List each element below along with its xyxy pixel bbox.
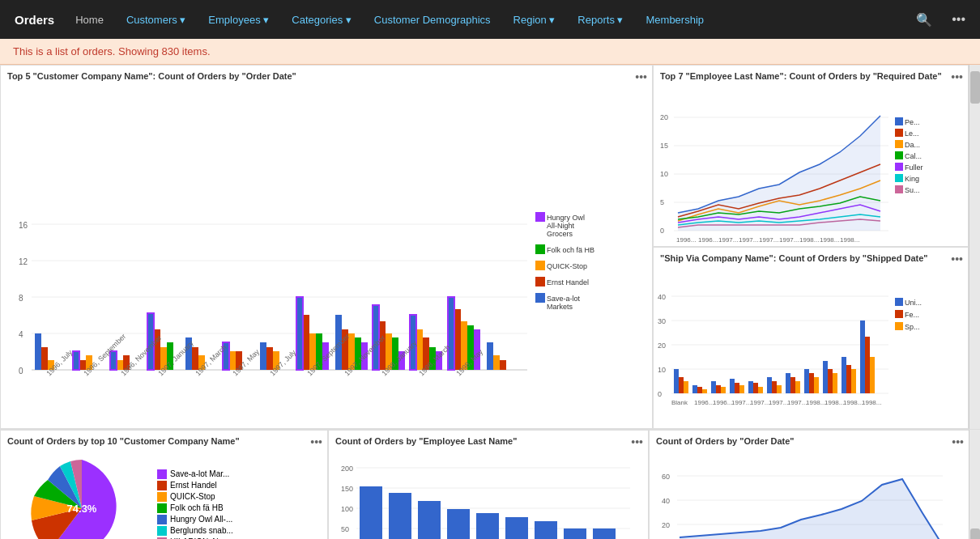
nav-region[interactable]: Region ▾: [504, 9, 565, 31]
svg-rect-155: [777, 385, 782, 393]
nav-membership[interactable]: Membership: [637, 9, 714, 31]
svg-text:1998...: 1998...: [843, 399, 863, 406]
svg-rect-143: [702, 389, 707, 393]
search-icon[interactable]: 🔍: [908, 7, 940, 32]
svg-marker-216: [680, 479, 943, 539]
svg-text:20: 20: [658, 342, 666, 350]
svg-rect-199: [360, 486, 382, 539]
svg-text:Fe...: Fe...: [905, 311, 919, 319]
svg-rect-160: [809, 373, 814, 393]
svg-rect-148: [735, 383, 739, 393]
scrollbar-bottom[interactable]: [969, 430, 980, 539]
svg-text:Cal...: Cal...: [905, 152, 922, 160]
employee-bar-title: Count of Orders by "Employee Last Name": [329, 431, 648, 448]
svg-text:60: 60: [662, 473, 670, 481]
order-date-line-menu[interactable]: •••: [952, 435, 964, 448]
svg-rect-170: [870, 357, 875, 393]
svg-text:All-Night: All-Night: [547, 222, 575, 230]
scrollbar[interactable]: [969, 65, 980, 429]
svg-text:0: 0: [19, 367, 23, 376]
svg-text:Folk och fä HB: Folk och fä HB: [547, 246, 594, 254]
svg-text:Blank: Blank: [671, 399, 688, 406]
svg-rect-85: [535, 244, 545, 254]
svg-rect-12: [41, 347, 48, 370]
order-date-line-title: Count of Orders by "Order Date": [650, 431, 969, 448]
svg-rect-156: [786, 373, 790, 393]
nav-employees[interactable]: Employees ▾: [198, 9, 279, 31]
svg-text:1998...: 1998...: [820, 236, 839, 244]
svg-text:40: 40: [662, 497, 670, 505]
svg-rect-87: [535, 261, 545, 270]
svg-rect-147: [730, 379, 735, 393]
svg-text:1998...: 1998...: [806, 399, 825, 406]
svg-text:100: 100: [341, 505, 353, 513]
top-right-menu[interactable]: •••: [951, 70, 963, 83]
top-right-chart: Top 7 "Employee Last Name": Count of Ord…: [653, 65, 969, 247]
svg-text:Sp...: Sp...: [905, 323, 920, 331]
svg-rect-35: [266, 347, 273, 370]
svg-text:QUICK-Stop: QUICK-Stop: [547, 262, 587, 270]
svg-rect-67: [493, 355, 500, 370]
svg-text:20: 20: [662, 521, 670, 529]
svg-text:30: 30: [658, 317, 666, 325]
svg-text:16: 16: [19, 221, 28, 230]
svg-rect-168: [860, 320, 865, 393]
pie-menu[interactable]: •••: [310, 435, 322, 448]
svg-text:1996...: 1996...: [698, 236, 718, 244]
svg-text:Uni...: Uni...: [905, 299, 922, 307]
svg-text:1997...: 1997...: [787, 399, 807, 406]
svg-rect-203: [476, 513, 499, 539]
svg-text:4: 4: [19, 330, 23, 339]
svg-text:Fuller: Fuller: [905, 163, 923, 172]
svg-rect-120: [895, 151, 903, 159]
nav-categories[interactable]: Categories ▾: [282, 9, 360, 31]
svg-rect-61: [454, 309, 461, 370]
svg-rect-116: [895, 129, 903, 137]
svg-text:74.3%: 74.3%: [67, 503, 97, 515]
svg-rect-154: [772, 381, 777, 393]
main-bar-menu[interactable]: •••: [635, 70, 647, 83]
nav-reports[interactable]: Reports ▾: [568, 9, 633, 31]
order-date-line-chart: Count of Orders by "Order Date" ••• 0 20…: [649, 430, 969, 539]
svg-rect-91: [535, 293, 545, 303]
svg-text:Hungry Owl: Hungry Owl: [547, 214, 585, 222]
svg-text:1996...: 1996...: [694, 399, 714, 406]
svg-rect-37: [296, 297, 303, 370]
svg-text:15: 15: [660, 142, 668, 150]
nav-demographics[interactable]: Customer Demographics: [364, 9, 501, 31]
scrollbar-thumb[interactable]: [970, 71, 980, 104]
svg-text:Grocers: Grocers: [547, 230, 573, 238]
employee-bar-menu[interactable]: •••: [631, 435, 643, 448]
svg-text:1996...: 1996...: [676, 236, 696, 244]
svg-rect-186: [895, 322, 903, 330]
svg-rect-138: [674, 369, 679, 393]
svg-rect-122: [895, 163, 903, 171]
svg-rect-114: [895, 117, 903, 125]
svg-rect-207: [593, 528, 616, 539]
svg-rect-55: [416, 329, 423, 370]
content-area: Top 5 "Customer Company Name": Count of …: [0, 65, 980, 536]
svg-text:1996...: 1996...: [713, 399, 732, 406]
svg-rect-149: [739, 385, 744, 393]
svg-rect-202: [447, 509, 470, 539]
svg-rect-38: [303, 315, 309, 370]
svg-rect-145: [716, 385, 721, 393]
svg-text:1997...: 1997...: [739, 236, 758, 244]
nav-home[interactable]: Home: [66, 9, 113, 31]
svg-text:40: 40: [658, 293, 666, 301]
svg-rect-140: [684, 381, 688, 393]
alert-text: This is a list of orders. Showing 830 it…: [13, 45, 211, 57]
scrollbar-thumb-bottom[interactable]: [970, 528, 980, 539]
mid-right-menu[interactable]: •••: [951, 253, 963, 265]
svg-rect-158: [795, 381, 800, 393]
svg-rect-201: [418, 501, 441, 539]
svg-rect-200: [389, 493, 411, 539]
more-icon[interactable]: •••: [944, 7, 974, 32]
svg-rect-162: [823, 361, 828, 393]
svg-text:1998...: 1998...: [862, 399, 881, 406]
svg-rect-150: [748, 381, 753, 393]
svg-rect-204: [505, 517, 528, 539]
svg-rect-151: [753, 383, 758, 393]
svg-rect-126: [895, 185, 903, 193]
nav-customers[interactable]: Customers ▾: [117, 9, 195, 31]
